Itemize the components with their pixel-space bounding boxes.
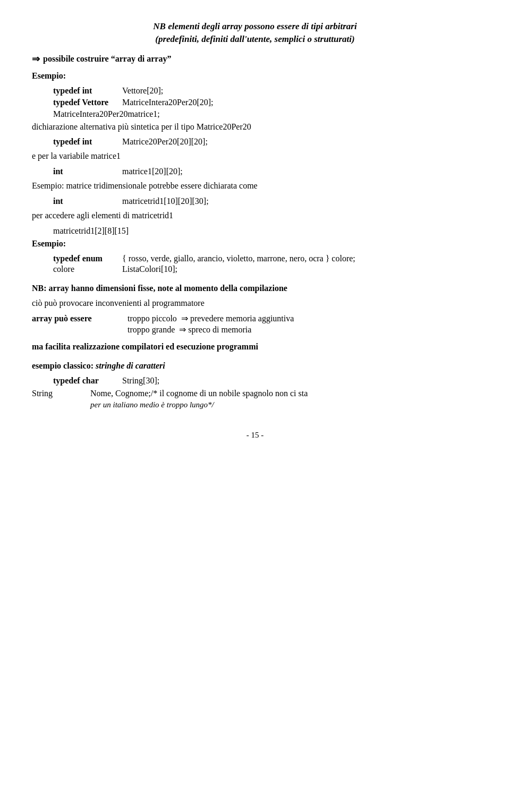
esempio-classico: esempio classico: stringhe di caratteri [32,361,478,371]
code-keyword-typedef-vettore: typedef Vettore [53,98,122,107]
string-value: Nome, Cognome;/* il cognome di un nobile… [90,389,308,398]
title-line1: NB elementi degli array possono essere d… [32,21,478,32]
troppo-grande: troppo grande [128,325,175,335]
code-row-typedef-int2: typedef int Matrice20Per20[20][20]; [53,137,478,147]
code-value-vettore20: Vettore[20]; [122,86,163,96]
array-col2-grande: troppo grande ⇒ spreco di memoria [128,324,251,335]
page-number: - 15 - [246,431,264,439]
string-row: String Nome, Cognome;/* il cognome di un… [32,389,478,398]
enum-row-typedef: typedef enum { rosso, verde, giallo, ara… [53,254,478,263]
code-block-3: int matrice1[20][20]; [53,167,478,176]
arrow-text: possibile costruire “array di array” [43,54,171,64]
enum-keyword-typedef: typedef enum [53,254,122,263]
code-value-matricetrid2: matricetrid1[2][8][15] [53,226,129,236]
code-row-matricetrid2: matricetrid1[2][8][15] [53,226,478,236]
code-block-1: typedef int Vettore[20]; typedef Vettore… [53,86,478,119]
code-keyword-int3d: int [53,196,122,206]
code-row-int: int matrice1[20][20]; [53,167,478,176]
code-value-string30: String[30]; [122,376,159,386]
page-footer: - 15 - [32,431,478,440]
code-keyword-typedef-int2: typedef int [53,137,122,147]
esempio3d-text: Esempio: matrice tridimensionale potrebb… [32,180,478,192]
e-per-la: e per la variabile matrice1 [32,150,478,163]
esempio2-label: Esempio: [32,239,478,249]
code-block-5: matricetrid1[2][8][15] [53,226,478,236]
enum-value-lista: ListaColori[10]; [122,264,177,274]
code-value-matriceintera: MatriceIntera20Per20 [53,109,128,119]
code-value-matrice20per20: MatriceIntera20Per20[20]; [122,98,213,107]
code-row-int3d: int matricetrid1[10][20][30]; [53,196,478,206]
array-table: array può essere troppo piccolo ⇒ preved… [32,313,478,335]
enum-value-values: { rosso, verde, giallo, arancio, violett… [122,254,355,263]
troppo-piccolo: troppo piccolo [128,314,177,323]
code-row-typedef-vettore: typedef Vettore MatriceIntera20Per20[20]… [53,98,478,107]
code-keyword-typedef-int: typedef int [53,86,122,96]
arrow-prevedere: ⇒ prevedere memoria aggiuntiva [181,313,294,323]
esempio-classico-italic: stringhe di caratteri [96,361,165,370]
code-block-4: int matricetrid1[10][20][30]; [53,196,478,206]
code-block-2: typedef int Matrice20Per20[20][20]; [53,137,478,147]
array-row-grande: troppo grande ⇒ spreco di memoria [32,324,478,335]
title-line2: (predefiniti, definiti dall'utente, semp… [32,34,478,45]
arrow-spreco: ⇒ spreco di memoria [179,324,251,335]
code-row-typedef-char: typedef char String[30]; [53,376,478,386]
code-value-matrice1-20-20: matrice1[20][20]; [122,167,183,176]
code-row-typedef-int: typedef int Vettore[20]; [53,86,478,96]
facilita-line: ma facilita realizzazione compilatori ed… [32,342,478,352]
esempio-label: Esempio: [32,71,478,81]
array-col1-label: array può essere [32,314,128,323]
code-block-string: typedef char String[30]; [53,376,478,386]
enum-keyword-colore: colore [53,264,122,274]
code-row-matriceintera: MatriceIntera20Per20 matrice1; [53,109,478,119]
string-label: String [32,389,90,398]
code-value-matrice20per20-20-20: Matrice20Per20[20][20]; [122,137,208,147]
arrow-line: ⇒ possibile costruire “array di array” [32,53,478,65]
code-block-enum: typedef enum { rosso, verde, giallo, ara… [53,254,478,274]
array-col2-piccolo: troppo piccolo ⇒ prevedere memoria aggiu… [128,313,294,323]
per-un-line: per un italiano medio è troppo lungo*/ [90,400,478,409]
esempio-classico-label: esempio classico: [32,361,94,370]
cio-puo: ciò può provocare inconvenienti al progr… [32,298,478,308]
code-keyword-int: int [53,167,122,176]
nb-array-title: NB: array hanno dimensioni fisse, note a… [32,284,478,293]
code-value-matricetrid: matricetrid1[10][20][30]; [122,196,209,206]
per-accedere: per accedere agli elementi di matricetri… [32,209,478,222]
enum-row-colore: colore ListaColori[10]; [53,264,478,274]
string-value-text: Nome, Cognome;/* il cognome di un nobile… [90,389,308,398]
array-row-piccolo: array può essere troppo piccolo ⇒ preved… [32,313,478,323]
code-keyword-typedef-char: typedef char [53,376,122,386]
code-value-matrice1: matrice1; [128,109,159,119]
dichr-alt: dichiarazione alternativa più sintetica … [32,122,478,132]
page-content: NB elementi degli array possono essere d… [32,21,478,440]
arrow-symbol: ⇒ [32,53,40,65]
